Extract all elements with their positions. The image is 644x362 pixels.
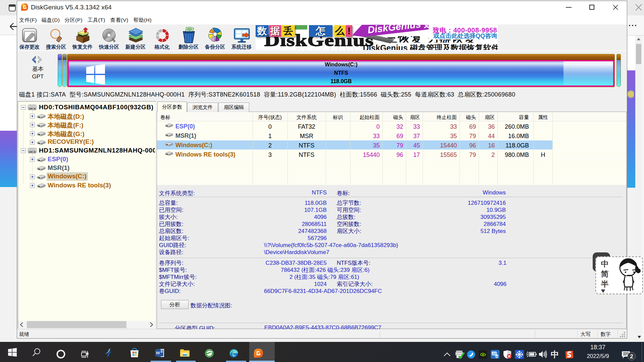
svg-text:intel: intel — [494, 355, 499, 358]
svg-text:2: 2 — [630, 353, 633, 360]
